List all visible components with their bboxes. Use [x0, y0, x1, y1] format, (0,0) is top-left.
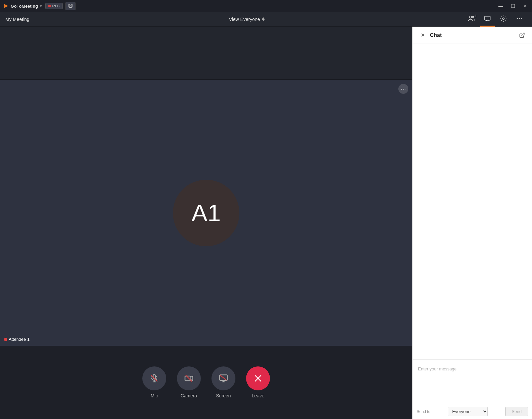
svg-line-23: [220, 375, 227, 380]
view-everyone-label: View Everyone: [229, 17, 260, 22]
leave-label: Leave: [252, 393, 264, 398]
svg-point-9: [519, 18, 520, 19]
settings-button[interactable]: [496, 12, 511, 27]
chat-messages: [413, 44, 532, 359]
chat-input[interactable]: [413, 362, 532, 402]
screen-icon-circle: [211, 366, 235, 390]
save-button[interactable]: [66, 2, 75, 10]
chat-header-left: ✕ Chat: [418, 31, 442, 40]
svg-marker-0: [4, 4, 8, 8]
video-area: A1 ⋯ Attendee 1: [0, 27, 412, 419]
close-button[interactable]: ✕: [521, 3, 529, 9]
mic-off-indicator: [4, 338, 7, 341]
minimize-button[interactable]: —: [496, 3, 505, 9]
logo-dropdown-arrow[interactable]: ▼: [39, 4, 43, 8]
maximize-button[interactable]: ❐: [509, 3, 517, 9]
chat-input-area: Send to Everyone Send: [413, 359, 532, 419]
svg-rect-3: [70, 6, 71, 7]
send-to-select[interactable]: Everyone: [448, 407, 488, 416]
menubar-actions: 1: [464, 12, 527, 27]
chat-send-row: Send to Everyone Send: [413, 404, 532, 419]
attendee-name: Attendee 1: [9, 337, 30, 342]
screen-button[interactable]: Screen: [211, 366, 235, 398]
camera-label: Camera: [181, 393, 197, 398]
chat-panel: ✕ Chat Send to Everyone: [412, 27, 532, 419]
chat-title: Chat: [430, 32, 442, 38]
menubar: My Meeting View Everyone 1: [0, 12, 532, 27]
svg-rect-18: [185, 376, 191, 381]
app-logo: GoToMeeting ▼: [3, 3, 43, 9]
controls-bar: Mic Camera: [0, 346, 412, 419]
more-button[interactable]: [512, 12, 527, 27]
participant-count: 1: [475, 14, 477, 18]
svg-line-14: [156, 376, 158, 377]
titlebar-left: GoToMeeting ▼ REC: [3, 2, 75, 10]
participants-button[interactable]: 1: [464, 12, 479, 27]
chat-close-button[interactable]: ✕: [418, 31, 427, 40]
avatar: A1: [173, 180, 239, 246]
titlebar-right: — ❐ ✕: [496, 3, 529, 9]
svg-point-10: [521, 18, 522, 19]
svg-point-5: [472, 16, 474, 18]
video-more-options-button[interactable]: ⋯: [398, 84, 408, 94]
video-strip: [0, 27, 412, 80]
avatar-initial: A1: [192, 199, 221, 227]
view-everyone-button[interactable]: View Everyone: [229, 17, 265, 22]
chat-button[interactable]: [480, 12, 495, 27]
meeting-title: My Meeting: [5, 17, 29, 22]
rec-button[interactable]: REC: [45, 3, 63, 9]
send-to-select-wrap: Everyone: [448, 407, 488, 416]
mic-button[interactable]: Mic: [142, 366, 166, 398]
chat-header: ✕ Chat: [413, 27, 532, 44]
send-to-label: Send to: [417, 409, 430, 414]
chat-popout-button[interactable]: [517, 31, 527, 40]
mic-label: Mic: [151, 393, 158, 398]
mic-icon-circle: [142, 366, 166, 390]
svg-rect-6: [485, 16, 490, 20]
camera-icon-circle: [177, 366, 201, 390]
svg-point-4: [469, 16, 471, 18]
leave-button[interactable]: Leave: [246, 366, 270, 398]
svg-point-7: [502, 18, 504, 20]
svg-point-8: [517, 18, 518, 19]
rec-dot: [48, 5, 51, 7]
send-button[interactable]: Send: [505, 407, 528, 416]
main-video: A1 ⋯ Attendee 1: [0, 80, 412, 346]
attendee-label: Attendee 1: [4, 337, 30, 342]
screen-label: Screen: [216, 393, 231, 398]
view-everyone-chevron: [262, 17, 265, 21]
camera-button[interactable]: Camera: [177, 366, 201, 398]
svg-line-26: [522, 33, 524, 36]
svg-rect-2: [69, 4, 71, 5]
rec-label: REC: [52, 4, 60, 8]
main-content: A1 ⋯ Attendee 1: [0, 27, 532, 419]
titlebar: GoToMeeting ▼ REC — ❐ ✕: [0, 0, 532, 12]
app-name: GoToMeeting: [11, 4, 38, 9]
leave-icon-circle: [246, 366, 270, 390]
